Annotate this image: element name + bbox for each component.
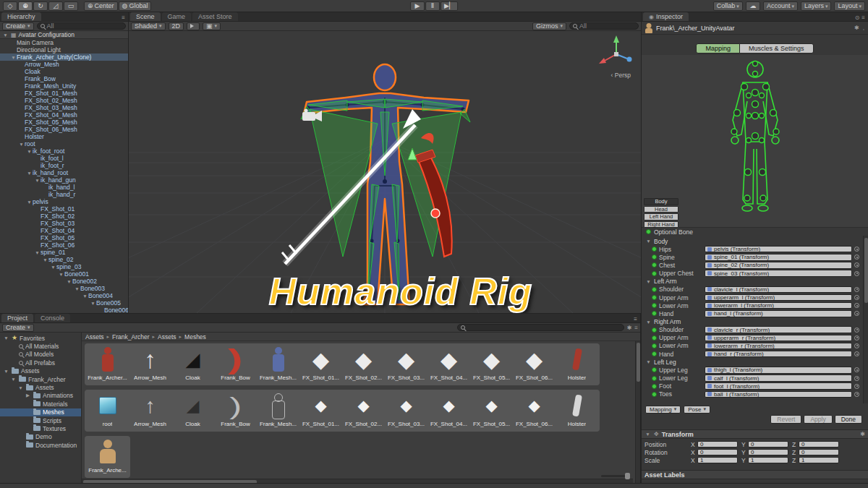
audio-toggle-button[interactable] (187, 22, 200, 30)
project-tree-item[interactable]: All Prefabs (0, 359, 81, 367)
hierarchy-item[interactable]: ▼root (0, 140, 128, 147)
asset-item[interactable]: FX_Shot_04... (427, 344, 470, 385)
project-create-button[interactable]: Create▾ (2, 324, 34, 332)
context-menu-icon[interactable]: , (863, 25, 864, 31)
object-picker-icon[interactable] (854, 311, 859, 316)
lock-icon[interactable]: ⊙ (855, 14, 860, 21)
project-tree-item[interactable]: Textures (0, 424, 81, 432)
foldout-icon[interactable]: ▼ (66, 279, 72, 284)
object-picker-icon[interactable] (854, 295, 859, 300)
bone-section-header[interactable]: ▼Left Leg (642, 358, 868, 366)
tab-inspector[interactable]: ◉Inspector (643, 12, 689, 21)
cloud-button[interactable]: ☁ (746, 1, 760, 11)
asset-item[interactable]: Frank_Mesh... (257, 390, 299, 432)
avatar-part-button-head[interactable]: Head (644, 206, 678, 213)
project-tree-item[interactable]: ▼Assets (0, 367, 81, 375)
hierarchy-item[interactable]: FX_Shot_03 (0, 220, 128, 227)
hierarchy-item[interactable]: FX_Shot_05 (0, 234, 128, 241)
hierarchy-item[interactable]: FX_Shot_03_Mesh (0, 104, 128, 111)
asset-item[interactable]: FX_Shot_01... (299, 344, 342, 385)
layers-button[interactable]: Layers▾ (801, 1, 832, 11)
bone-object-field[interactable]: spine_02 (Transform) (705, 262, 852, 269)
avatar-part-button-body[interactable]: Body (644, 198, 678, 205)
tab-project[interactable]: Project (1, 314, 33, 322)
foldout-icon[interactable]: ▼ (42, 257, 48, 262)
project-tree-item[interactable]: ▶Animations (0, 392, 81, 400)
bone-object-field[interactable]: upperarm_r (Transform) (705, 335, 852, 342)
foldout-icon[interactable]: ▼ (82, 294, 88, 299)
foldout-icon[interactable]: ▶ (25, 393, 31, 398)
transform-position-z-field[interactable]: 0 (799, 441, 839, 448)
breadcrumb-item[interactable]: Assets (85, 333, 104, 341)
bone-section-header[interactable]: ▼Right Arm (642, 318, 868, 326)
asset-item[interactable]: Arrow_Mesh (129, 344, 171, 385)
project-tree-item[interactable]: ▼Frank_Archer (0, 375, 81, 383)
bone-object-field[interactable]: pelvis (Transform) (705, 246, 852, 253)
hierarchy-item[interactable]: Frank_Bow (0, 75, 128, 82)
done-button[interactable]: Done (835, 415, 862, 424)
foldout-icon[interactable]: ▼ (90, 301, 96, 306)
asset-item[interactable]: FX_Shot_05... (470, 344, 513, 385)
bone-object-field[interactable]: spine_03 (Transform) (705, 270, 852, 277)
hierarchy-item[interactable]: FX_Shot_06_Mesh (0, 126, 128, 133)
hierarchy-item[interactable]: ▼pelvis (0, 198, 128, 205)
object-picker-icon[interactable] (854, 254, 859, 260)
transform-position-y-field[interactable]: 0 (748, 441, 788, 448)
foldout-icon[interactable]: ▼ (645, 359, 652, 364)
hierarchy-item[interactable]: FX_Shot_04_Mesh (0, 111, 128, 119)
hierarchy-item[interactable]: Frank_Mesh_Unity (0, 82, 128, 90)
project-tree-item[interactable]: Materials (0, 400, 81, 408)
account-button[interactable]: Account▾ (763, 1, 798, 11)
hierarchy-item[interactable]: FX_Shot_01 (0, 205, 128, 213)
mapping-dropdown[interactable]: Mapping▾ (645, 406, 681, 414)
hierarchy-item[interactable]: ik_foot_l (0, 155, 128, 162)
pivot-center-button[interactable]: ⊕Center (84, 1, 118, 11)
asset-item[interactable]: FX_Shot_06... (513, 390, 556, 432)
object-picker-icon[interactable] (854, 303, 859, 308)
hierarchy-item[interactable]: Arrow_Mesh (0, 61, 128, 68)
apply-button[interactable]: Apply (804, 415, 832, 424)
foldout-icon[interactable]: ▼ (644, 432, 651, 437)
bone-object-field[interactable]: hand_r (Transform) (705, 351, 852, 358)
hierarchy-item[interactable]: ▼Bone002 (0, 278, 128, 285)
pivot-global-button[interactable]: ◍Global (119, 1, 152, 11)
gizmos-dropdown[interactable]: Gizmos▾ (532, 22, 566, 30)
project-tree-item[interactable]: Meshes (0, 408, 81, 416)
breadcrumb-item[interactable]: Frank_Archer (112, 333, 150, 341)
hierarchy-item[interactable]: ▼Bone003 (0, 285, 128, 292)
transform-rotation-y-field[interactable]: 0 (748, 449, 788, 456)
rotate-tool-button[interactable]: ↻ (33, 1, 48, 11)
scene-search-input[interactable]: All (569, 22, 639, 30)
view-orientation-gizmo[interactable] (596, 33, 637, 72)
projection-mode-label[interactable]: ‹ Persp (611, 72, 631, 79)
hierarchy-item[interactable]: Main Camera (0, 39, 128, 46)
asset-grid-scrollbar[interactable] (635, 341, 640, 483)
bone-object-field[interactable]: hand_l (Transform) (705, 310, 852, 317)
foldout-icon[interactable]: ▼ (3, 369, 9, 374)
hierarchy-item[interactable]: ▼spine_03 (0, 263, 128, 270)
asset-item[interactable]: Frank_Archer... (86, 344, 129, 385)
asset-item[interactable]: Frank_Mesh... (257, 344, 299, 385)
hierarchy-item[interactable]: Directional Light (0, 46, 128, 53)
hierarchy-item[interactable]: Cloak (0, 68, 128, 75)
bone-object-field[interactable]: clavicle_l (Transform) (705, 286, 852, 294)
rect-tool-button[interactable]: ▭ (64, 1, 78, 11)
foldout-icon[interactable]: ▼ (17, 385, 24, 390)
asset-item[interactable]: FX_Shot_04... (427, 390, 470, 432)
bone-object-field[interactable]: foot_l (Transform) (705, 382, 852, 390)
bone-object-field[interactable]: spine_01 (Transform) (705, 254, 852, 261)
object-picker-icon[interactable] (854, 343, 859, 348)
transform-rotation-x-field[interactable]: 0 (697, 449, 738, 456)
revert-button[interactable]: Revert (770, 415, 801, 424)
hierarchy-item[interactable]: ▼ik_hand_gun (0, 176, 128, 184)
layout-button[interactable]: Layout▾ (834, 1, 865, 11)
hierarchy-item[interactable]: ik_hand_r (0, 191, 128, 198)
foldout-icon[interactable]: ▼ (2, 33, 9, 38)
move-tool-button[interactable]: ⊕ (18, 1, 33, 11)
hierarchy-search-input[interactable]: All (37, 22, 126, 30)
bone-object-field[interactable]: calf_l (Transform) (705, 374, 852, 382)
gear-icon[interactable]: ✱ (854, 25, 859, 31)
object-picker-icon[interactable] (854, 367, 859, 372)
hierarchy-item[interactable]: ik_hand_l (0, 184, 128, 191)
foldout-icon[interactable]: ▼ (26, 149, 33, 154)
